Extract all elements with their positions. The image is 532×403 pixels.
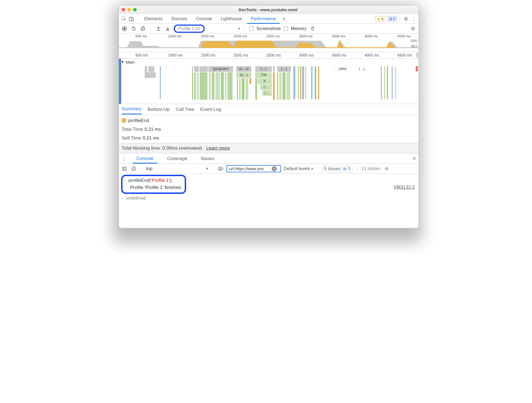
svg-point-6 — [412, 28, 414, 29]
main-tabbar: Elements Sources Console Lighthouse Perf… — [119, 14, 419, 24]
titlebar: DevTools - www.youtube.com/ — [119, 6, 419, 14]
tbt-text: Total blocking time: 0.00ms (estimated) — [122, 146, 202, 151]
highlight-box: ›profileEnd('Profile 1'); Profile 'Profi… — [121, 175, 186, 194]
download-icon[interactable] — [165, 25, 171, 32]
profile-label: Profile 1 #1 — [178, 26, 200, 31]
console-message: Profile 'Profile 1' finished. — [130, 185, 182, 190]
tab-lighthouse[interactable]: Lighthouse — [217, 14, 246, 24]
context-select[interactable]: top — [146, 166, 203, 171]
live-expr-icon[interactable] — [217, 165, 224, 172]
reload-record-button[interactable] — [130, 25, 137, 32]
svg-rect-2 — [131, 18, 133, 21]
panel-settings-icon[interactable] — [410, 25, 416, 32]
long-task-marker — [416, 66, 418, 71]
tab-elements[interactable]: Elements — [141, 14, 166, 24]
summary-panel: profileEnd Total Time0.21 ms Self Time0.… — [119, 115, 419, 143]
more-tabs-icon[interactable]: » — [281, 16, 287, 22]
net-label: NET — [411, 45, 417, 48]
drawer-tab-console[interactable]: Console — [133, 154, 157, 164]
tab-console[interactable]: Console — [192, 14, 216, 24]
close-icon[interactable] — [122, 8, 125, 11]
tab-call-tree[interactable]: Call Tree — [176, 105, 194, 114]
drawer-tab-coverage[interactable]: Coverage — [163, 154, 191, 164]
svg-point-12 — [220, 168, 221, 169]
kebab-icon[interactable]: ⋮ — [410, 16, 417, 22]
levels-select[interactable]: Default levels — [284, 166, 310, 171]
svg-rect-7 — [122, 167, 126, 170]
memory-label: Memory — [291, 26, 307, 31]
hidden-count[interactable]: 11 hidden — [361, 166, 381, 171]
tab-sources[interactable]: Sources — [168, 14, 191, 24]
messages-chip[interactable]: ▤5 — [387, 16, 397, 22]
zoom-icon[interactable] — [133, 8, 137, 11]
self-time-value: 0.21 ms — [143, 135, 159, 141]
drawer-tab-issues[interactable]: Issues — [197, 154, 218, 164]
scrollbar-thumb[interactable] — [416, 53, 418, 58]
perf-toolbar: Profile 1 #1 ▾ Screenshots Memory — [119, 24, 419, 34]
tbt-bar: Total blocking time: 0.00ms (estimated) … — [119, 143, 419, 153]
warning-icon: ▲ — [377, 17, 380, 21]
clear-filter-icon[interactable]: ✕ — [272, 166, 277, 171]
prompt-icon: › — [125, 178, 127, 183]
traffic-lights[interactable] — [122, 8, 137, 11]
color-swatch — [122, 118, 126, 123]
profile-selector[interactable]: Profile 1 #1 — [174, 25, 205, 33]
message-icon: ▤ — [389, 17, 392, 21]
toggle-sidebar-icon[interactable] — [121, 165, 128, 172]
drawer-kebab-icon[interactable]: ⋮ — [122, 156, 127, 162]
tab-summary[interactable]: Summary — [122, 105, 142, 114]
svg-line-10 — [132, 167, 135, 170]
devtools-window: DevTools - www.youtube.com/ Elements Sou… — [119, 5, 419, 228]
return-icon: ‹· — [121, 195, 124, 201]
upload-icon[interactable] — [155, 25, 162, 32]
undefined-value: undefined — [125, 195, 146, 201]
summary-tabs: Summary Bottom-Up Call Tree Event Log — [119, 104, 419, 115]
close-drawer-icon[interactable]: × — [413, 155, 416, 162]
screenshots-label: Screenshots — [256, 26, 281, 31]
cpu-label: CPU — [411, 39, 417, 43]
screenshots-checkbox[interactable] — [249, 26, 254, 31]
chevron-down-icon: ▾ — [206, 166, 208, 171]
tab-event-log[interactable]: Event Log — [200, 105, 221, 114]
flame-ruler[interactable]: 500 ms 1000 ms 1500 ms 2000 ms 2500 ms 3… — [119, 52, 419, 59]
messages-count: 5 — [393, 16, 395, 21]
message-icon: ▤ — [343, 167, 346, 171]
cpu-overview[interactable]: CPU NET — [119, 39, 419, 52]
event-name: profileEnd — [128, 118, 149, 123]
warnings-count: 4 — [381, 16, 383, 21]
flame-chart[interactable]: ▼Main (program) (a…s) (a…) (…) TJa b (… … — [119, 59, 419, 104]
console-output[interactable]: ›profileEnd('Profile 1'); Profile 'Profi… — [119, 174, 419, 202]
inspect-icon[interactable] — [121, 16, 127, 22]
main-thread-label[interactable]: ▼Main — [121, 60, 135, 64]
filter-text[interactable] — [228, 166, 272, 171]
trash-icon[interactable] — [309, 25, 316, 32]
window-title: DevTools - www.youtube.com/ — [137, 7, 399, 12]
drawer-tabs: ⋮ Console Coverage Issues × — [119, 153, 419, 164]
filter-input[interactable]: ✕ — [226, 165, 281, 172]
warnings-chip[interactable]: ▲4 — [375, 16, 385, 22]
memory-checkbox[interactable] — [283, 26, 288, 31]
overview-ruler[interactable]: 500 ms 1000 ms 1500 ms 2000 ms 2500 ms 3… — [119, 34, 419, 39]
clear-console-icon[interactable] — [130, 165, 137, 172]
svg-point-13 — [386, 168, 387, 169]
device-mode-icon[interactable] — [128, 16, 135, 22]
record-button[interactable] — [121, 25, 128, 32]
dropdown-icon[interactable]: ▾ — [207, 26, 240, 31]
minimize-icon[interactable] — [127, 8, 131, 11]
console-settings-icon[interactable] — [383, 165, 390, 172]
learn-more-link[interactable]: Learn more — [206, 146, 230, 151]
svg-line-5 — [142, 27, 144, 30]
issues-pill[interactable]: 5 Issues: ▤ 5 — [322, 165, 352, 172]
svg-point-11 — [218, 167, 223, 170]
chevron-down-icon: ▼ — [121, 60, 125, 64]
tab-bottom-up[interactable]: Bottom-Up — [148, 105, 170, 114]
tab-performance[interactable]: Performance — [247, 14, 280, 24]
total-time-value: 0.21 ms — [144, 127, 161, 132]
source-link[interactable]: VM3132:2 — [394, 185, 415, 190]
clear-button[interactable] — [140, 25, 146, 32]
settings-icon[interactable] — [403, 16, 409, 22]
svg-point-3 — [405, 18, 407, 20]
console-toolbar: top ▾ ✕ Default levels▾ 5 Issues: ▤ 5 11… — [119, 164, 419, 174]
